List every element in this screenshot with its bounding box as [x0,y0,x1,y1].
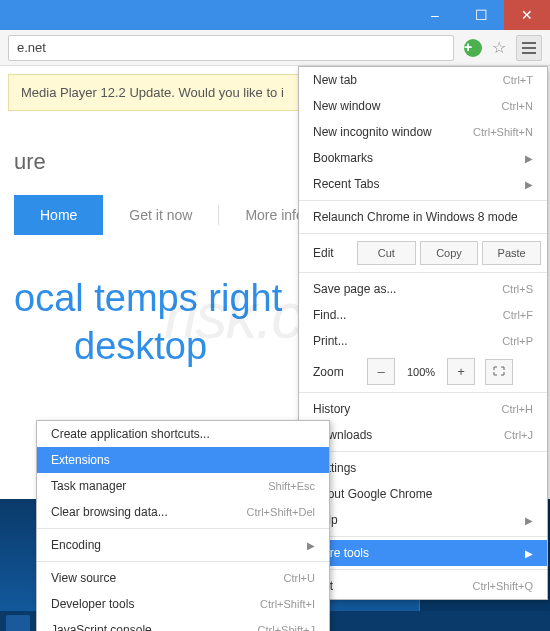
submenu-javascript-console[interactable]: JavaScript consoleCtrl+Shift+J [37,617,329,631]
chrome-main-menu: New tabCtrl+T New windowCtrl+N New incog… [298,66,548,600]
menu-print[interactable]: Print...Ctrl+P [299,328,547,354]
submenu-developer-tools[interactable]: Developer toolsCtrl+Shift+I [37,591,329,617]
menu-exit[interactable]: ExitCtrl+Shift+Q [299,573,547,599]
copy-button[interactable]: Copy [420,241,479,265]
menu-zoom-row: Zoom – 100% + [299,354,547,389]
close-button[interactable]: ✕ [504,0,550,30]
url-text: e.net [17,40,46,55]
tab-get-it-now[interactable]: Get it now [103,195,218,235]
menu-help[interactable]: Help▶ [299,507,547,533]
menu-find[interactable]: Find...Ctrl+F [299,302,547,328]
menu-new-tab[interactable]: New tabCtrl+T [299,67,547,93]
submenu-create-shortcuts[interactable]: Create application shortcuts... [37,421,329,447]
menu-new-incognito[interactable]: New incognito windowCtrl+Shift+N [299,119,547,145]
start-button[interactable] [6,615,30,631]
menu-downloads[interactable]: DownloadsCtrl+J [299,422,547,448]
menu-button[interactable] [516,35,542,61]
menu-settings[interactable]: Settings [299,455,547,481]
menu-history[interactable]: HistoryCtrl+H [299,396,547,422]
menu-save-page[interactable]: Save page as...Ctrl+S [299,276,547,302]
fullscreen-button[interactable] [485,359,513,385]
bookmark-star-icon[interactable]: ☆ [488,37,510,59]
submenu-extensions[interactable]: Extensions [37,447,329,473]
add-extension-icon[interactable]: + [462,37,484,59]
menu-relaunch-win8[interactable]: Relaunch Chrome in Windows 8 mode [299,204,547,230]
zoom-out-button[interactable]: – [367,358,395,385]
menu-new-window[interactable]: New windowCtrl+N [299,93,547,119]
maximize-button[interactable]: ☐ [458,0,504,30]
menu-recent-tabs[interactable]: Recent Tabs▶ [299,171,547,197]
submenu-task-manager[interactable]: Task managerShift+Esc [37,473,329,499]
zoom-in-button[interactable]: + [447,358,475,385]
menu-more-tools[interactable]: More tools▶ [299,540,547,566]
cut-button[interactable]: Cut [357,241,416,265]
more-tools-submenu: Create application shortcuts... Extensio… [36,420,330,631]
paste-button[interactable]: Paste [482,241,541,265]
zoom-level: 100% [399,366,443,378]
window-titlebar: – ☐ ✕ [0,0,550,30]
menu-about[interactable]: About Google Chrome [299,481,547,507]
browser-toolbar: e.net + ☆ [0,30,550,66]
address-bar[interactable]: e.net [8,35,454,61]
menu-edit-row: Edit Cut Copy Paste [299,237,547,269]
tab-home[interactable]: Home [14,195,103,235]
menu-bookmarks[interactable]: Bookmarks▶ [299,145,547,171]
submenu-view-source[interactable]: View sourceCtrl+U [37,565,329,591]
minimize-button[interactable]: – [412,0,458,30]
submenu-encoding[interactable]: Encoding▶ [37,532,329,558]
submenu-clear-data[interactable]: Clear browsing data...Ctrl+Shift+Del [37,499,329,525]
